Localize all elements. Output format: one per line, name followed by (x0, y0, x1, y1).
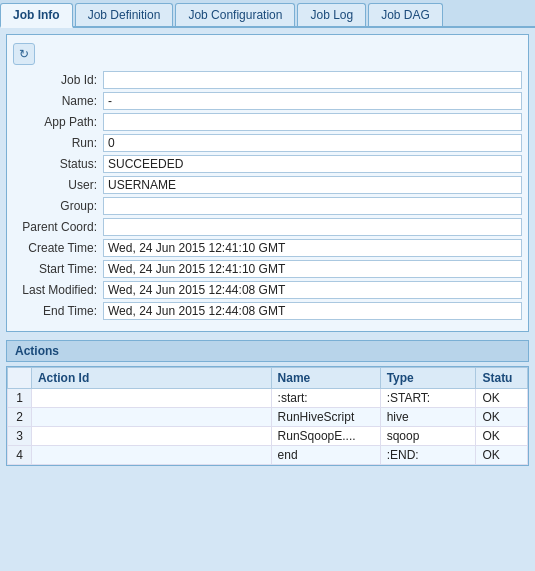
action-status-cell: OK (476, 389, 528, 408)
action-status-cell: OK (476, 408, 528, 427)
col-header-status: Statu (476, 368, 528, 389)
action-status-cell: OK (476, 427, 528, 446)
actions-section-title: Actions (6, 340, 529, 362)
start-time-label: Start Time: (13, 262, 103, 276)
action-type-cell: :START: (380, 389, 476, 408)
parent-coord-label: Parent Coord: (13, 220, 103, 234)
row-num: 4 (8, 446, 32, 465)
last-modified-input[interactable] (103, 281, 522, 299)
table-row[interactable]: 1 :start: :START: OK (8, 389, 528, 408)
parent-coord-input[interactable] (103, 218, 522, 236)
status-input[interactable] (103, 155, 522, 173)
create-time-input[interactable] (103, 239, 522, 257)
status-row: Status: (13, 155, 522, 173)
action-id-cell (31, 408, 271, 427)
row-num: 1 (8, 389, 32, 408)
table-row[interactable]: 2 RunHiveScript hive OK (8, 408, 528, 427)
name-label: Name: (13, 94, 103, 108)
app-path-label: App Path: (13, 115, 103, 129)
user-label: User: (13, 178, 103, 192)
row-num: 2 (8, 408, 32, 427)
action-type-cell: :END: (380, 446, 476, 465)
col-header-name: Name (271, 368, 380, 389)
table-header-row: Action Id Name Type Statu (8, 368, 528, 389)
action-type-cell: hive (380, 408, 476, 427)
tab-job-log[interactable]: Job Log (297, 3, 366, 26)
refresh-icon: ↻ (19, 47, 29, 61)
col-header-action-id: Action Id (31, 368, 271, 389)
end-time-input[interactable] (103, 302, 522, 320)
refresh-button[interactable]: ↻ (13, 43, 35, 65)
start-time-row: Start Time: (13, 260, 522, 278)
end-time-label: End Time: (13, 304, 103, 318)
last-modified-row: Last Modified: (13, 281, 522, 299)
group-label: Group: (13, 199, 103, 213)
table-row[interactable]: 3 RunSqoopE.... sqoop OK (8, 427, 528, 446)
actions-table-container: Action Id Name Type Statu 1 :start: :STA… (6, 366, 529, 466)
action-name-cell: RunSqoopE.... (271, 427, 380, 446)
action-status-cell: OK (476, 446, 528, 465)
job-id-input[interactable] (103, 71, 522, 89)
name-input[interactable] (103, 92, 522, 110)
user-row: User: (13, 176, 522, 194)
action-id-cell (31, 389, 271, 408)
job-id-label: Job Id: (13, 73, 103, 87)
action-id-cell (31, 446, 271, 465)
group-row: Group: (13, 197, 522, 215)
create-time-label: Create Time: (13, 241, 103, 255)
group-input[interactable] (103, 197, 522, 215)
job-id-row: Job Id: (13, 71, 522, 89)
tab-job-definition[interactable]: Job Definition (75, 3, 174, 26)
table-row[interactable]: 4 end :END: OK (8, 446, 528, 465)
tab-job-dag[interactable]: Job DAG (368, 3, 443, 26)
action-name-cell: RunHiveScript (271, 408, 380, 427)
status-label: Status: (13, 157, 103, 171)
col-header-type: Type (380, 368, 476, 389)
last-modified-label: Last Modified: (13, 283, 103, 297)
action-name-cell: end (271, 446, 380, 465)
tab-job-configuration[interactable]: Job Configuration (175, 3, 295, 26)
parent-coord-row: Parent Coord: (13, 218, 522, 236)
name-row: Name: (13, 92, 522, 110)
actions-table: Action Id Name Type Statu 1 :start: :STA… (7, 367, 528, 465)
create-time-row: Create Time: (13, 239, 522, 257)
run-input[interactable] (103, 134, 522, 152)
start-time-input[interactable] (103, 260, 522, 278)
user-input[interactable] (103, 176, 522, 194)
job-info-panel: ↻ Job Id: Name: App Path: Run: Status: U… (6, 34, 529, 332)
col-header-num (8, 368, 32, 389)
action-id-cell (31, 427, 271, 446)
tab-job-info[interactable]: Job Info (0, 3, 73, 28)
action-type-cell: sqoop (380, 427, 476, 446)
action-name-cell: :start: (271, 389, 380, 408)
run-label: Run: (13, 136, 103, 150)
app-path-input[interactable] (103, 113, 522, 131)
run-row: Run: (13, 134, 522, 152)
app-path-row: App Path: (13, 113, 522, 131)
end-time-row: End Time: (13, 302, 522, 320)
row-num: 3 (8, 427, 32, 446)
tab-bar: Job Info Job Definition Job Configuratio… (0, 0, 535, 28)
